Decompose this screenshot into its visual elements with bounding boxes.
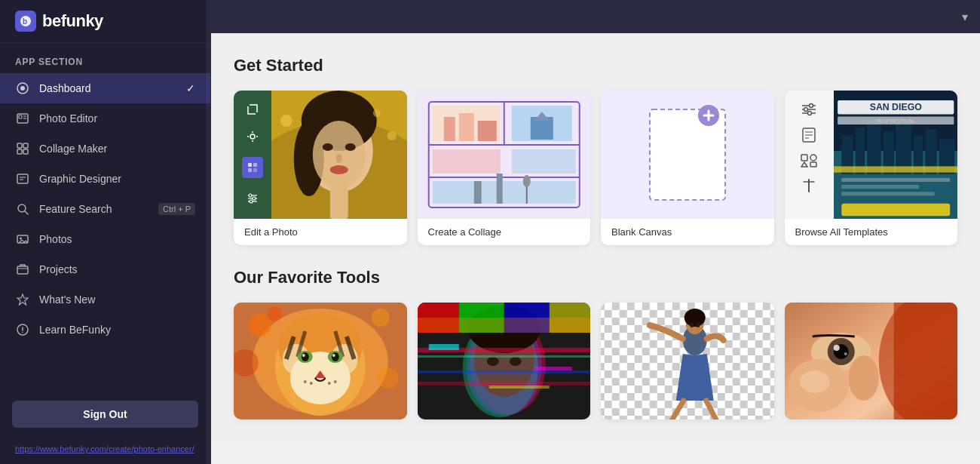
svg-point-127 xyxy=(328,382,331,385)
brightness-icon xyxy=(246,130,259,143)
svg-point-161 xyxy=(684,309,706,327)
bottom-link[interactable]: https://www.befunky.com/create/photo-enh… xyxy=(0,440,210,458)
face-retouch-card-image xyxy=(785,303,958,419)
blank-canvas-image xyxy=(601,91,774,219)
svg-point-44 xyxy=(323,143,333,151)
svg-point-86 xyxy=(810,155,816,161)
svg-rect-101 xyxy=(834,166,958,172)
template-sliders-icon xyxy=(801,103,817,116)
photos-icon xyxy=(15,232,30,247)
glitch-card[interactable] xyxy=(418,303,591,419)
svg-rect-88 xyxy=(810,162,816,167)
sign-out-button[interactable]: Sign Out xyxy=(12,401,198,428)
sidebar-item-feature-search[interactable]: Feature Search Ctrl + P xyxy=(0,194,210,224)
svg-rect-70 xyxy=(511,149,575,174)
bg-remover-card[interactable] xyxy=(601,303,774,419)
svg-point-166 xyxy=(696,323,700,327)
svg-marker-87 xyxy=(801,162,807,167)
svg-rect-66 xyxy=(496,174,502,204)
svg-point-80 xyxy=(808,112,812,115)
sidebar-item-feature-search-label: Feature Search xyxy=(39,203,112,215)
svg-rect-29 xyxy=(253,163,257,167)
art-effects-card[interactable] xyxy=(234,303,407,419)
logo-icon: b xyxy=(15,11,36,32)
svg-point-165 xyxy=(690,323,694,327)
svg-rect-152 xyxy=(534,367,571,370)
sidebar-item-whats-new[interactable]: What's New xyxy=(0,284,210,315)
glitch-card-image xyxy=(418,303,591,419)
svg-point-126 xyxy=(334,380,337,383)
sidebar-item-graphic-designer[interactable]: Graphic Designer xyxy=(0,164,210,194)
svg-rect-8 xyxy=(17,143,22,148)
svg-point-173 xyxy=(844,352,847,355)
svg-point-124 xyxy=(304,380,307,383)
svg-point-51 xyxy=(373,109,381,117)
crop-icon xyxy=(246,103,259,116)
main-header: ▾ xyxy=(211,0,980,33)
svg-point-50 xyxy=(387,131,397,140)
svg-rect-10 xyxy=(17,149,22,154)
blank-canvas-card[interactable]: Blank Canvas xyxy=(601,91,774,245)
sidebar-item-collage-maker[interactable]: Collage Maker xyxy=(0,134,210,164)
sidebar-item-dashboard[interactable]: Dashboard ✓ xyxy=(0,73,210,103)
svg-line-16 xyxy=(25,211,28,214)
adjustments-icon xyxy=(246,192,259,205)
sidebar-item-photo-editor[interactable]: Photo Editor xyxy=(0,103,210,134)
svg-point-18 xyxy=(20,238,22,240)
photo-right-panel xyxy=(271,91,407,219)
sidebar-item-photos[interactable]: Photos xyxy=(0,224,210,254)
learn-icon xyxy=(15,322,30,337)
svg-point-172 xyxy=(833,345,839,351)
tiger-card-image xyxy=(234,303,407,419)
whats-new-icon xyxy=(15,292,30,307)
svg-point-175 xyxy=(878,303,957,419)
sidebar-item-projects[interactable]: Projects xyxy=(0,254,210,284)
get-started-title: Get Started xyxy=(234,56,957,75)
header-chevron-icon[interactable]: ▾ xyxy=(962,10,968,24)
photo-editor-icon xyxy=(15,111,30,126)
sidebar-item-photo-editor-label: Photo Editor xyxy=(39,112,97,124)
main-scroll-content: Get Started xyxy=(211,33,980,442)
sidebar-item-learn[interactable]: Learn BeFunky xyxy=(0,315,210,345)
projects-icon xyxy=(15,262,30,277)
edit-photo-label: Edit a Photo xyxy=(234,219,407,245)
svg-rect-106 xyxy=(841,178,950,182)
create-collage-label: Create a Collage xyxy=(418,219,591,245)
svg-point-3 xyxy=(20,86,25,91)
sidebar-item-dashboard-label: Dashboard xyxy=(39,82,91,94)
sidebar-item-graphic-designer-label: Graphic Designer xyxy=(39,173,121,185)
svg-rect-61 xyxy=(443,117,455,141)
svg-rect-150 xyxy=(418,318,591,333)
svg-point-128 xyxy=(249,314,271,336)
svg-rect-85 xyxy=(801,155,807,161)
favorite-tools-cards xyxy=(234,303,957,419)
browse-templates-card[interactable]: SAN DIEGO FILM FESTIVAL Browse All Templ… xyxy=(785,91,958,245)
graphic-designer-icon xyxy=(15,171,30,186)
templates-icon-panel xyxy=(785,91,834,219)
svg-point-122 xyxy=(332,354,335,357)
edit-photo-card[interactable]: Edit a Photo xyxy=(234,91,407,245)
svg-point-37 xyxy=(250,200,253,203)
svg-rect-12 xyxy=(17,174,28,183)
svg-point-68 xyxy=(522,175,530,187)
browse-templates-label: Browse All Templates xyxy=(785,219,958,245)
svg-rect-63 xyxy=(477,121,496,141)
template-doc-icon xyxy=(801,127,816,143)
svg-point-130 xyxy=(372,309,390,327)
svg-point-45 xyxy=(345,143,356,151)
app-section-label: App Section xyxy=(0,43,210,73)
svg-rect-62 xyxy=(458,113,473,141)
svg-point-119 xyxy=(302,352,309,361)
collage-maker-icon xyxy=(15,141,30,156)
get-started-cards: Edit a Photo xyxy=(234,91,957,245)
templates-card-image: SAN DIEGO FILM FESTIVAL xyxy=(785,91,958,219)
svg-text:SAN DIEGO: SAN DIEGO xyxy=(869,102,922,112)
create-collage-card[interactable]: Create a Collage xyxy=(418,91,591,245)
svg-rect-28 xyxy=(248,163,252,167)
face-retouch-card[interactable] xyxy=(785,303,958,419)
search-icon xyxy=(15,201,30,217)
feature-search-shortcut: Ctrl + P xyxy=(158,203,195,215)
magic-wand-icon xyxy=(242,157,263,178)
dashboard-icon xyxy=(15,81,30,96)
collage-card-image xyxy=(418,91,591,219)
